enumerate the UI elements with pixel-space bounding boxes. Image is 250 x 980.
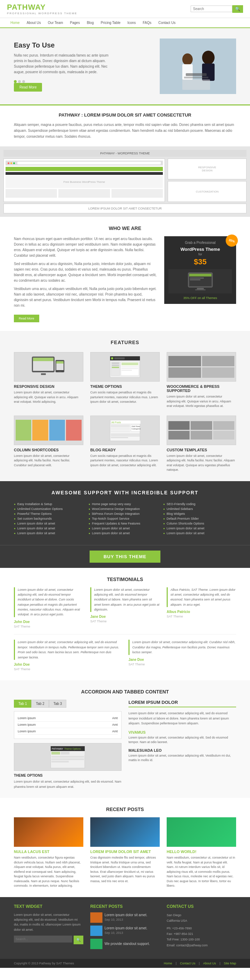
svg-text:Add New: Add New xyxy=(132,425,140,427)
copyright-text: Copyright © 2013 Pathway by SAT Themes xyxy=(14,962,74,965)
accordion-section: ACCORDION AND TABBED CONTENT Tab 1 Tab 2… xyxy=(0,680,250,798)
post-3: HELLO WORLD! Nam vestibulum, consectetur… xyxy=(167,817,236,888)
copyright-bar: Copyright © 2013 Pathway by SAT Themes H… xyxy=(0,959,250,968)
search-button[interactable]: 🔍 xyxy=(232,5,243,13)
support-col-3: ●SEO-Friendly coding ●Unlimited Sidebars… xyxy=(163,502,236,536)
support-item-1-3: ●Powerful Theme Options xyxy=(14,512,87,515)
copy-link-home[interactable]: Home xyxy=(164,962,172,965)
acc-value-1: Amt xyxy=(112,716,118,720)
svg-rect-53 xyxy=(51,752,60,754)
svg-rect-56 xyxy=(51,758,84,760)
who-read-more[interactable]: Read More xyxy=(14,315,39,322)
footer-search-button[interactable]: 🔍 xyxy=(73,935,83,944)
feature-title-4: COLUMN SHORTCODES xyxy=(14,448,83,452)
feature-title-2: THEME OPTIONS xyxy=(90,384,160,388)
tab-1[interactable]: Tab 1 xyxy=(14,700,31,708)
support-text: Unlimited Customization Options xyxy=(18,507,63,511)
support-item-1-2: ●Unlimited Customization Options xyxy=(14,507,87,511)
posts-grid: NULLA LACUS EST Nam vestibulum, consecte… xyxy=(14,817,236,888)
nav-link-blog[interactable]: Blog xyxy=(83,18,97,27)
nav-link-faqs[interactable]: FAQs xyxy=(139,18,155,27)
post-title-2[interactable]: LOREM IPSUM DOLOR SIT AMET xyxy=(90,850,160,854)
nav-link-icons[interactable]: Icons xyxy=(124,18,139,27)
dot-2[interactable] xyxy=(18,80,21,83)
footer-contact-title: CONTACT US xyxy=(167,904,236,909)
acc-label-1: Lorem ipsum xyxy=(18,716,36,720)
copy-link-contact[interactable]: Contact Us xyxy=(180,962,196,965)
nav-item-faqs[interactable]: FAQs xyxy=(139,18,155,27)
acc-value-3: Amt xyxy=(112,730,118,733)
nav-link-home[interactable]: Home xyxy=(7,18,23,27)
nav-item-home[interactable]: Home xyxy=(7,18,23,27)
svg-rect-32 xyxy=(121,363,138,365)
nav-item-pricing[interactable]: Pricing Table xyxy=(97,18,124,27)
bullet-icon: ● xyxy=(163,532,165,535)
nav-item-contact[interactable]: Contact Us xyxy=(155,18,179,27)
footer-search-input[interactable] xyxy=(14,935,72,943)
nav-item-blog[interactable]: Blog xyxy=(83,18,97,27)
copy-link-about[interactable]: About Us xyxy=(203,962,216,965)
nav-link-contact[interactable]: Contact Us xyxy=(155,18,179,27)
theme-options-title: THEME OPTIONS xyxy=(14,773,121,777)
support-text: Frequent Updates & New Features xyxy=(92,522,140,525)
dot-1[interactable] xyxy=(14,80,17,83)
nav-item-team[interactable]: Our Team xyxy=(45,18,67,27)
slider-dots xyxy=(14,80,160,83)
recent-posts-title: RECENT POSTS xyxy=(14,807,236,812)
footer-post-link-1[interactable]: Lorem ipsum dolor sit amet. xyxy=(105,913,147,918)
post-title-1[interactable]: NULLA LACUS EST xyxy=(14,850,83,854)
bullet-icon: ● xyxy=(163,527,165,530)
nav-item-about[interactable]: About Us xyxy=(23,18,45,27)
feature-woocommerce: WOOCOMMERCE & BPRESS SUPPORTED Lorem ips… xyxy=(167,352,236,409)
footer-thumb-1 xyxy=(90,912,102,923)
svg-rect-11 xyxy=(190,277,204,278)
dot-3[interactable] xyxy=(22,80,25,83)
footer-post-info-2: Lorem ipsum dolor sit amet. Sep 10, 2013 xyxy=(105,926,147,935)
tab-3[interactable]: Tab 3 xyxy=(49,700,66,708)
tab-2[interactable]: Tab 2 xyxy=(31,700,49,708)
support-item-3-1: ●SEO-Friendly coding xyxy=(163,502,236,506)
promo-box: Grab a Professional WordPress Theme for … xyxy=(164,236,236,304)
feature-theme-options: THEME OPTIONS Cum sociis natoque penatib… xyxy=(90,352,160,409)
svg-rect-55 xyxy=(51,756,84,757)
who-para3: Vestibulum urna arcu, ut aliquam vestibu… xyxy=(14,286,157,309)
nav-item-pages[interactable]: Pages xyxy=(67,18,83,27)
footer-contact-5: Toll Free: 1300-100-100 xyxy=(167,937,236,942)
copy-link-sitemap[interactable]: Site Map xyxy=(224,962,236,965)
nav-link-pages[interactable]: Pages xyxy=(67,18,83,27)
logo: PATHWAY PROFESSIONAL WORDPRESS THEME xyxy=(7,3,77,15)
feature-title-1: RESPONSIVE DESIGN xyxy=(14,384,83,388)
svg-rect-33 xyxy=(121,366,138,368)
support-text: WooCommerce Design Integration xyxy=(92,507,140,511)
nav-link-pricing[interactable]: Pricing Table xyxy=(97,18,124,27)
support-text: Lorem ipsum dolor sit amet xyxy=(167,531,204,535)
feature-img-1 xyxy=(14,352,83,382)
footer-post-link-3[interactable]: We provide standout support. xyxy=(105,942,150,947)
post-img-3 xyxy=(167,817,236,847)
nav-link-team[interactable]: Our Team xyxy=(45,18,67,27)
hero-text: Easy To Use Nulla nec purus. Interdum et… xyxy=(14,41,160,92)
post-1: NULLA LACUS EST Nam vestibulum, consecte… xyxy=(14,817,83,888)
post-title-3[interactable]: HELLO WORLD! xyxy=(167,850,236,854)
svg-rect-29 xyxy=(112,364,119,366)
svg-text:All Posts: All Posts xyxy=(111,421,121,423)
footer-thumb-2 xyxy=(90,926,102,936)
read-more-button[interactable]: Read More xyxy=(14,83,42,92)
testimonial-text-1: Lorem ipsum dolor sit amet, consectetur … xyxy=(14,587,83,617)
search-input[interactable] xyxy=(191,6,232,12)
footer-post-link-2[interactable]: Lorem ipsum dolor sit amet. xyxy=(105,926,147,931)
pathway-section: PATHWAY : LOREM IPSUM DOLOR SIT AMET CON… xyxy=(0,104,250,146)
acc-label-3: Lorem ipsum xyxy=(18,730,36,733)
nav-item-icons[interactable]: Icons xyxy=(124,18,139,27)
who-para1: Nam rhoncus ipsum eget quam vestibulum p… xyxy=(14,236,157,258)
support-item-2-4: ●Top-Notch Support Service xyxy=(89,517,161,520)
feature-blog: All Posts Add New Categories BLOG READY … xyxy=(90,415,160,473)
buy-button[interactable]: BUY THIS THEME xyxy=(89,550,161,563)
support-section: AWESOME SUPPORT WITH INCREDIBLE SUPPORT … xyxy=(0,481,250,545)
nav-link-about[interactable]: About Us xyxy=(23,18,45,27)
support-text: Default Premium Slider xyxy=(167,517,199,520)
support-title: AWESOME SUPPORT WITH INCREDIBLE SUPPORT xyxy=(14,490,236,495)
mockup-section: PATHWAY - WORDPRESS THEME Free Business … xyxy=(0,146,250,217)
testimonial-5: Lorem ipsum dolor sit amet, consectetur … xyxy=(129,640,236,671)
footer-contact-0: San Diego xyxy=(167,912,236,918)
